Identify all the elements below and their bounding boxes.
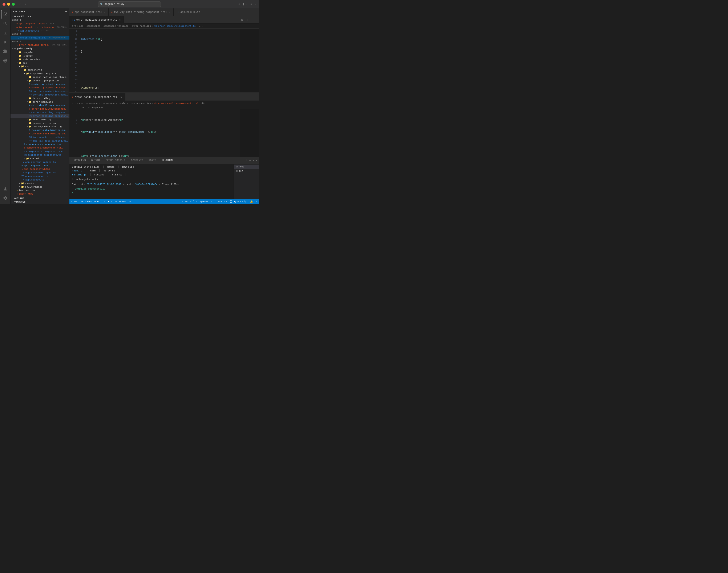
line-ending-indicator[interactable]: LF xyxy=(224,200,227,203)
run-debug-icon[interactable] xyxy=(1,38,9,46)
terminal-zsh[interactable]: ⊟ zsh xyxy=(234,169,259,173)
panel-more-icon[interactable]: ⋯ xyxy=(249,159,251,162)
minimize-button[interactable] xyxy=(7,3,10,6)
tab-terminal[interactable]: TERMINAL xyxy=(159,157,176,164)
file-comp-spec[interactable]: TS components.component.spec.ts xyxy=(10,150,69,153)
tab-ports[interactable]: PORTS xyxy=(146,157,159,164)
timeline-section[interactable]: › TIMELINE xyxy=(10,200,69,204)
extensions-icon[interactable] xyxy=(1,47,9,56)
remote-icon-status[interactable]: ⊡ xyxy=(256,200,257,203)
errors-count[interactable]: ⊗ 0 xyxy=(95,200,99,203)
back-button[interactable]: ‹ xyxy=(18,2,22,6)
folder-assets[interactable]: › 📁 assets xyxy=(10,181,69,185)
panel-chevron-icon[interactable]: ∧ xyxy=(253,159,254,162)
goto-component-link[interactable]: Go to component xyxy=(69,106,259,109)
info-count[interactable]: ⚑ 0 xyxy=(108,200,112,203)
bottom-code-content[interactable]: <p>error-handling works!</p> <div *ngIf=… xyxy=(80,109,240,157)
file-app-component-html[interactable]: ◈ app.component.html src/app xyxy=(10,22,69,25)
remote-icon[interactable] xyxy=(1,56,9,65)
folder-shared[interactable]: › 📁 shared xyxy=(10,157,69,160)
tab-error-handling-ts[interactable]: TS error-handling.component.ts ✕ xyxy=(69,16,124,23)
file-eh-ts-active[interactable]: TS error-handling.component.ts xyxy=(10,114,69,118)
maximize-button[interactable] xyxy=(12,3,15,6)
folder-data-binding[interactable]: › 📁 data-binding xyxy=(10,97,69,100)
outline-section[interactable]: › OUTLINE xyxy=(10,197,69,200)
file-app-spec[interactable]: TS app.component.spec.ts xyxy=(10,171,69,174)
file-twdb-html[interactable]: ◈ two-way-data-binding.component.html xyxy=(10,132,69,136)
language-indicator[interactable]: {} TypeScript xyxy=(230,200,248,203)
folder-node-modules[interactable]: › 📁 node_modules xyxy=(10,58,69,61)
file-two-way-html[interactable]: ◈ two-way-data-binding.component.html sr… xyxy=(10,25,69,29)
panel-close-icon[interactable]: ✕ xyxy=(256,159,257,162)
tab-error-handling-html[interactable]: ◈ error-handling.component.html ✕ xyxy=(69,93,125,101)
folder-event-binding[interactable]: › 📁 event-binding xyxy=(10,118,69,121)
folder-error-handling[interactable]: ▾ 📁 error-handling xyxy=(10,100,69,104)
bottom-more-button[interactable]: ⋯ xyxy=(252,95,256,100)
folder-angular[interactable]: › 📁 .angular xyxy=(10,50,69,54)
tab-comments[interactable]: COMMENTS xyxy=(128,157,146,164)
file-eh-css[interactable]: # error-handling.component.css xyxy=(10,104,69,107)
panel-icon[interactable]: ▭ xyxy=(247,3,248,6)
file-cp-html[interactable]: ◈ content-projection.component.html xyxy=(10,86,69,89)
angular-study-section[interactable]: ▾ Angular-Study xyxy=(10,47,69,50)
spaces-indicator[interactable]: Spaces: 2 xyxy=(200,200,212,203)
tab-close-html[interactable]: ✕ xyxy=(120,95,122,99)
bottom-code-area[interactable]: 1 2 3 4 <p>error-handling works!</p> <di… xyxy=(69,109,259,157)
file-app-ts[interactable]: TS app.component.ts xyxy=(10,174,69,178)
new-terminal-icon[interactable]: + xyxy=(246,159,248,162)
top-code-area[interactable]: 6 9 10 11 12 13 14 15 16 17 18 19 20 21 xyxy=(69,29,259,92)
tab-two-way-html[interactable]: ◈ two-way-data-binding.component.html ✕ xyxy=(109,8,173,16)
tab-close-1[interactable]: ✕ xyxy=(103,10,106,14)
file-app-html[interactable]: ◈ app.component.html xyxy=(10,167,69,171)
settings-icon[interactable] xyxy=(1,194,9,202)
activity-icon[interactable]: ◫ xyxy=(251,3,252,6)
folder-components[interactable]: ▾ 📁 components xyxy=(10,68,69,72)
folder-vscode[interactable]: › 📁 .vscode xyxy=(10,54,69,58)
file-cp-css[interactable]: # content-projection.component.css xyxy=(10,83,69,86)
file-twdb-css[interactable]: # two-way-data-binding.component.css xyxy=(10,128,69,132)
folder-src[interactable]: ▾ 📁 src xyxy=(10,61,69,65)
search-icon[interactable] xyxy=(1,19,9,28)
file-app-module-tree[interactable]: TS app.module.ts xyxy=(10,178,69,181)
tab-close-ts[interactable]: ✕ xyxy=(118,18,121,22)
file-comp-ts[interactable]: TS components.component.ts xyxy=(10,153,69,157)
open-editors-section[interactable]: ▾ Open Editors xyxy=(10,14,69,18)
run-testcases-button[interactable]: ⊙ Run Testcases xyxy=(71,200,92,203)
file-eh-spec[interactable]: TS error-handling.component.spec.ts xyxy=(10,111,69,114)
folder-property-binding[interactable]: › 📁 property-binding xyxy=(10,121,69,125)
tab-app-module[interactable]: TS app.module.ts xyxy=(173,8,203,16)
source-control-icon[interactable] xyxy=(1,29,9,37)
tab-app-component-html[interactable]: ◈ app.component.html ✕ xyxy=(69,8,109,16)
layout-icon[interactable]: ⊞ xyxy=(239,3,240,6)
sidebar-more-icon[interactable]: ⋯ xyxy=(65,10,67,13)
folder-component-template[interactable]: ▾ 📁 component-template xyxy=(10,72,69,75)
run-button[interactable]: ▷ xyxy=(241,17,245,22)
folder-environments[interactable]: › 📁 environments xyxy=(10,185,69,189)
file-error-handling-ts[interactable]: TS error-handling.component.ts src/app/c… xyxy=(10,36,69,40)
folder-two-way[interactable]: ▾ 📁 two-way-data-binding xyxy=(10,125,69,128)
file-app-module[interactable]: TS app.module.ts src/app xyxy=(10,29,69,33)
top-pane-actions[interactable]: ▷ ⊡ ⋯ xyxy=(238,17,259,22)
file-comp-html[interactable]: ◈ components.component.html xyxy=(10,146,69,150)
encoding-indicator[interactable]: UTF-8 xyxy=(215,200,222,203)
notification-icon[interactable]: 🔔 xyxy=(250,200,253,203)
file-error-handling-html[interactable]: ◈ error-handling.component.html src/app/… xyxy=(10,43,69,47)
tab-close-2[interactable]: ✕ xyxy=(168,10,171,14)
file-cp-spec[interactable]: TS content-projection.component.spec.ts xyxy=(10,89,69,93)
split-button[interactable]: ⊡ xyxy=(246,17,250,22)
folder-content-projection[interactable]: ▾ 📁 content-projection xyxy=(10,79,69,83)
forward-button[interactable]: › xyxy=(23,2,28,6)
file-twdb-ts[interactable]: TS two-way-data-binding.component.ts xyxy=(10,139,69,143)
warnings-count[interactable]: ⚠ 0 xyxy=(101,200,105,203)
file-cp-ts[interactable]: TS content-projection.component.ts xyxy=(10,93,69,97)
terminal-node[interactable]: ⊟ node xyxy=(234,165,259,169)
tab-debug-console[interactable]: DEBUG CONSOLE xyxy=(103,157,128,164)
file-app-css[interactable]: # app.component.css xyxy=(10,164,69,167)
more-icon[interactable]: ⋯ xyxy=(255,3,256,6)
more-actions-button[interactable]: ⋯ xyxy=(252,17,256,22)
account-icon[interactable] xyxy=(1,185,9,193)
file-comp-css[interactable]: # components.component.css xyxy=(10,143,69,146)
file-favicon[interactable]: ★ favicon.ico xyxy=(10,189,69,192)
cursor-position[interactable]: Ln 28, Col 1 xyxy=(181,200,197,203)
sidebar-icon[interactable]: ▐ xyxy=(243,3,244,6)
